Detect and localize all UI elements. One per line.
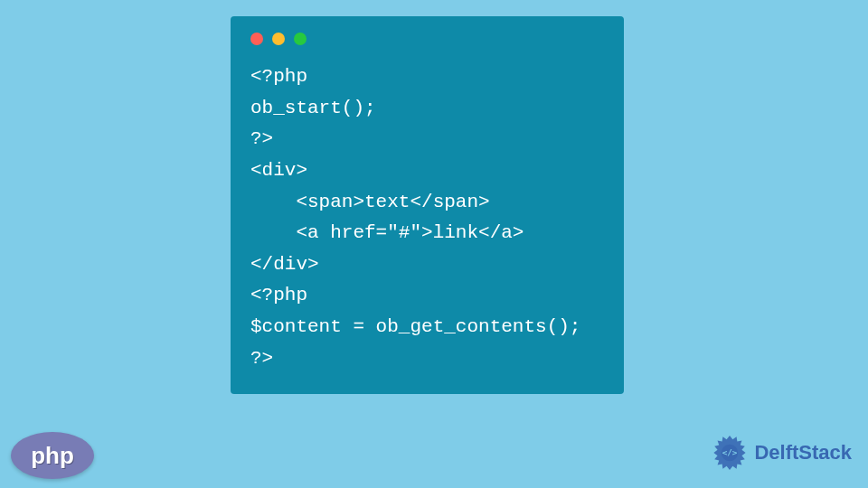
maximize-icon [294,33,307,45]
code-window: <?php ob_start(); ?> <div> <span>text</s… [231,16,624,394]
delftstack-icon: </> [711,434,749,472]
php-logo: php [11,432,94,479]
php-logo-text: php [31,442,74,470]
minimize-icon [272,33,285,45]
delftstack-text: DelftStack [754,441,852,465]
delftstack-logo: </> DelftStack [711,434,852,472]
close-icon [250,33,263,45]
svg-text:</>: </> [722,447,738,457]
code-block: <?php ob_start(); ?> <div> <span>text</s… [250,61,604,374]
traffic-lights [250,33,604,45]
